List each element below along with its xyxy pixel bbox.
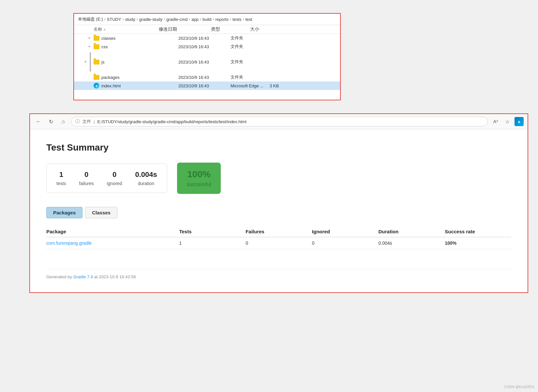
file-name-cell: classes bbox=[94, 36, 178, 41]
duration-label: duration bbox=[138, 181, 155, 186]
address-label: 文件 bbox=[82, 119, 91, 124]
breadcrumb-bar: 本地磁盘 (E:) › STUDY › study › gradle-study… bbox=[74, 14, 340, 25]
file-type: 文件夹 bbox=[231, 74, 270, 80]
col-header-package: Package bbox=[46, 226, 179, 237]
file-list: ✦ classes 2023/10/9 16:43 文件夹 ✦ css 2023… bbox=[74, 34, 340, 90]
folder-icon bbox=[94, 44, 99, 49]
tab-packages[interactable]: Packages bbox=[46, 207, 82, 218]
breadcrumb-separator: › bbox=[164, 17, 165, 22]
success-badge: 100% successful bbox=[177, 163, 221, 194]
breadcrumb-separator: › bbox=[123, 17, 124, 22]
folder-icon bbox=[94, 75, 99, 80]
home-button[interactable]: ⌂ bbox=[59, 117, 68, 126]
address-url: E:/STUDY/study/gradle-study/gradle-cmd/a… bbox=[97, 119, 246, 124]
failures-cell: 0 bbox=[246, 237, 312, 249]
list-item[interactable]: e index.html 2023/10/9 16:43 Microsoft E… bbox=[74, 81, 340, 90]
file-type: Microsoft Edge ... bbox=[231, 83, 270, 88]
list-item[interactable]: ✦ css 2023/10/9 16:43 文件夹 bbox=[74, 42, 340, 51]
file-name: index.html bbox=[101, 83, 121, 88]
file-size: 3 KB bbox=[270, 83, 296, 88]
col-header-failures: Failures bbox=[246, 226, 312, 237]
page-title: Test Summary bbox=[46, 142, 511, 153]
breadcrumb-item[interactable]: app bbox=[191, 17, 199, 22]
col-header-duration: Duration bbox=[379, 226, 445, 237]
list-item[interactable]: ✦ classes 2023/10/9 16:43 文件夹 bbox=[74, 34, 340, 42]
back-button[interactable]: ← bbox=[34, 117, 43, 126]
browser-toolbar: ← ↻ ⌂ ⓘ 文件 | E:/STUDY/study/gradle-study… bbox=[30, 114, 528, 129]
column-header-date[interactable]: 修改日期 bbox=[159, 26, 211, 32]
breadcrumb-separator: › bbox=[137, 17, 138, 22]
stats-container: 1 tests 0 failures 0 ignored 0.004s dura… bbox=[46, 163, 511, 194]
success-percent: 100% bbox=[187, 169, 211, 180]
breadcrumb-item[interactable]: test bbox=[245, 17, 252, 22]
duration-value: 0.004s bbox=[135, 170, 157, 179]
watermark: CSDN @EricERD1 bbox=[504, 385, 535, 389]
scrollbar[interactable] bbox=[90, 52, 91, 72]
gradle-link[interactable]: Gradle 7.4 bbox=[73, 274, 93, 279]
breadcrumb-item[interactable]: 本地磁盘 (E:) bbox=[78, 16, 103, 22]
pin-icon: ✦ bbox=[88, 44, 91, 49]
read-mode-button[interactable]: Aᵃ bbox=[491, 117, 500, 126]
failures-label: failures bbox=[79, 181, 94, 186]
file-name-cell: packages bbox=[94, 75, 178, 80]
package-link[interactable]: com.furenqiang.gradle bbox=[46, 240, 92, 246]
tests-label: tests bbox=[56, 181, 66, 186]
breadcrumb-item[interactable]: reports bbox=[215, 17, 228, 22]
success-label: successful bbox=[187, 181, 211, 187]
footer-text: Generated by bbox=[46, 274, 73, 279]
duration-cell: 0.004s bbox=[379, 237, 445, 249]
refresh-button[interactable]: ↻ bbox=[46, 117, 55, 126]
breadcrumb-item[interactable]: gradle-cmd bbox=[166, 17, 187, 22]
breadcrumb-item[interactable]: study bbox=[125, 17, 135, 22]
col-header-tests: Tests bbox=[179, 226, 246, 237]
folder-icon bbox=[94, 60, 99, 65]
test-summary-page: Test Summary 1 tests 0 failures 0 ignore… bbox=[30, 129, 528, 292]
file-date: 2023/10/9 16:43 bbox=[178, 36, 231, 41]
ignored-cell: 0 bbox=[312, 237, 379, 249]
file-type: 文件夹 bbox=[231, 44, 270, 50]
sort-icon: ∧ bbox=[103, 28, 106, 31]
list-item[interactable]: ✦ js 2023/10/9 16:43 文件夹 bbox=[74, 51, 340, 73]
success-rate-cell: 100% bbox=[445, 237, 511, 249]
tabs-row: Packages Classes bbox=[46, 207, 511, 218]
failures-value: 0 bbox=[84, 170, 88, 179]
file-name: packages bbox=[101, 75, 120, 80]
list-item[interactable]: packages 2023/10/9 16:43 文件夹 bbox=[74, 73, 340, 81]
stat-failures: 0 failures bbox=[79, 170, 94, 186]
breadcrumb-separator: › bbox=[189, 17, 190, 22]
column-header-type[interactable]: 类型 bbox=[211, 26, 250, 32]
page-footer: Generated by Gradle 7.4 at 2023-10-9 16:… bbox=[46, 269, 511, 279]
pin-icon: ✦ bbox=[88, 36, 91, 40]
file-date: 2023/10/9 16:43 bbox=[178, 75, 231, 80]
file-type: 文件夹 bbox=[231, 35, 270, 41]
breadcrumb-item[interactable]: gradle-study bbox=[139, 17, 163, 22]
column-header-name[interactable]: 名称 bbox=[94, 26, 102, 32]
breadcrumb-item[interactable]: build bbox=[202, 17, 211, 22]
tests-value: 1 bbox=[59, 170, 63, 179]
edge-browser-icon: e bbox=[94, 83, 99, 89]
stat-ignored: 0 ignored bbox=[107, 170, 122, 186]
address-separator: | bbox=[94, 119, 95, 124]
file-name: css bbox=[101, 44, 108, 49]
file-explorer-panel: 本地磁盘 (E:) › STUDY › study › gradle-study… bbox=[73, 13, 341, 100]
file-name: js bbox=[101, 60, 104, 65]
table-row: com.furenqiang.gradle 1 0 0 0.004s 100% bbox=[46, 237, 511, 249]
column-header-size[interactable]: 大小 bbox=[250, 26, 276, 32]
tab-classes[interactable]: Classes bbox=[85, 207, 117, 218]
browser-actions: Aᵃ ☆ e bbox=[491, 117, 524, 126]
ignored-label: ignored bbox=[107, 181, 122, 186]
breadcrumb-separator: › bbox=[243, 17, 244, 22]
results-table: Package Tests Failures Ignored Duration … bbox=[46, 226, 511, 249]
browser-window: ← ↻ ⌂ ⓘ 文件 | E:/STUDY/study/gradle-study… bbox=[29, 113, 528, 293]
stat-duration: 0.004s duration bbox=[135, 170, 157, 186]
breadcrumb-separator: › bbox=[213, 17, 214, 22]
col-header-ignored: Ignored bbox=[312, 226, 379, 237]
ignored-value: 0 bbox=[112, 170, 116, 179]
breadcrumb-item[interactable]: tests bbox=[232, 17, 241, 22]
breadcrumb-item[interactable]: STUDY bbox=[107, 17, 121, 22]
breadcrumb-separator: › bbox=[230, 17, 231, 22]
footer-suffix: at 2023-10-9 16:43:56 bbox=[93, 274, 136, 279]
favorites-button[interactable]: ☆ bbox=[503, 117, 512, 126]
file-name-cell: e index.html bbox=[94, 83, 178, 89]
address-bar[interactable]: ⓘ 文件 | E:/STUDY/study/gradle-study/gradl… bbox=[71, 117, 488, 126]
